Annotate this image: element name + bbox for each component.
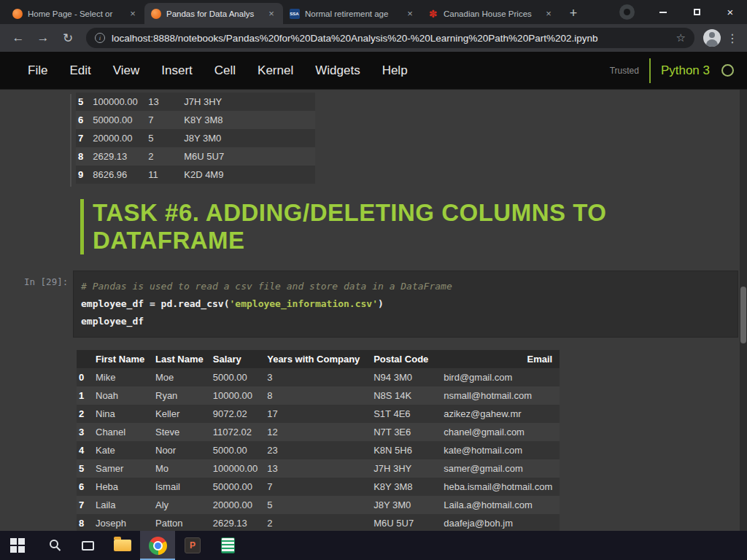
page-info-icon[interactable]: i xyxy=(95,33,105,43)
menu-cell[interactable]: Cell xyxy=(204,63,247,78)
dataframe-table: First NameLast NameSalaryYears with Comp… xyxy=(77,350,560,531)
address-bar[interactable]: i localhost:8888/notebooks/Pandas%20for%… xyxy=(86,28,694,48)
table-cell: 5 xyxy=(146,129,182,147)
column-header: Postal Code xyxy=(371,350,441,368)
table-cell: K8N 5H6 xyxy=(371,441,441,459)
kernel-status-icon xyxy=(721,64,734,77)
menu-view[interactable]: View xyxy=(102,63,151,78)
reload-icon[interactable]: ↻ xyxy=(57,27,79,49)
page-scrollbar[interactable] xyxy=(740,90,747,531)
browser-titlebar: Home Page - Select or × Pandas for Data … xyxy=(0,0,747,24)
scrollbar-thumb[interactable] xyxy=(740,287,746,343)
tab-home-page[interactable]: Home Page - Select or × xyxy=(6,3,144,24)
input-prompt: In [29]: xyxy=(24,276,68,287)
table-cell: 5000.00 xyxy=(211,441,265,459)
table-cell: Mo xyxy=(153,459,211,478)
table-cell: 5 xyxy=(265,496,371,514)
table-cell: N94 3M0 xyxy=(371,368,441,386)
table-cell: 11072.02 xyxy=(211,423,265,441)
menu-insert[interactable]: Insert xyxy=(150,63,204,78)
menu-help[interactable]: Help xyxy=(371,63,419,78)
tab-retirement-age[interactable]: SSA Normal retirement age × xyxy=(283,3,422,24)
task-heading: TASK #6. ADDING/DELETING COLUMNS TO DATA… xyxy=(80,199,636,254)
table-row: 4KateNoor5000.0023K8N 5H6kate@hotmail.co… xyxy=(77,441,560,459)
search-icon xyxy=(50,540,58,548)
menu-edit[interactable]: Edit xyxy=(58,63,101,78)
forward-icon[interactable]: → xyxy=(32,27,54,49)
profile-avatar[interactable] xyxy=(703,29,721,47)
markdown-cell[interactable]: TASK #6. ADDING/DELETING COLUMNS TO DATA… xyxy=(80,199,636,254)
back-icon[interactable]: ← xyxy=(7,27,29,49)
table-cell: Ismail xyxy=(153,478,211,496)
table-cell: 20000.00 xyxy=(90,129,146,147)
table-cell: M6U 5U7 xyxy=(371,514,441,531)
tab-close-icon[interactable]: × xyxy=(404,8,416,20)
table-cell: Heba xyxy=(93,478,153,496)
table-cell: 10000.00 xyxy=(211,386,265,405)
code-input-area[interactable]: # Pandas is used to read a csv file and … xyxy=(73,271,738,338)
column-header: Last Name xyxy=(153,350,211,368)
table-row: 2NinaKeller9072.0217S1T 4E6azikez@gahew.… xyxy=(77,405,560,423)
table-cell: N8S 14K xyxy=(371,386,441,405)
tab-close-icon[interactable]: × xyxy=(266,8,277,20)
tab-strip: Home Page - Select or × Pandas for Data … xyxy=(0,0,584,24)
kernel-indicator-area: Trusted Python 3 xyxy=(610,58,734,83)
column-header xyxy=(77,350,93,368)
table-row: 650000.007K8Y 3M8 xyxy=(76,111,315,129)
table-cell: 9072.02 xyxy=(211,405,265,423)
window-controls: × xyxy=(619,0,747,24)
string-literal: 'employee_information.csv' xyxy=(230,298,379,309)
table-cell: 23 xyxy=(265,441,371,459)
browser-menu-icon[interactable]: ⋮ xyxy=(724,31,741,45)
table-cell: 8 xyxy=(77,514,93,531)
table-cell: Kate xyxy=(93,441,153,459)
table-cell: 13 xyxy=(146,93,182,111)
dataframe-output: First NameLast NameSalaryYears with Comp… xyxy=(77,350,560,531)
screen-record-indicator-icon[interactable] xyxy=(619,4,635,20)
column-header: Salary xyxy=(211,350,265,368)
table-cell: Ryan xyxy=(153,386,211,405)
bookmark-star-icon[interactable]: ☆ xyxy=(676,31,686,44)
code-text: employee_df xyxy=(81,316,144,327)
table-cell: J8Y 3M0 xyxy=(371,496,441,514)
table-cell: J8Y 3M0 xyxy=(182,129,315,147)
maximize-button[interactable] xyxy=(680,0,713,24)
table-cell: 7 xyxy=(265,478,371,496)
table-cell: Moe xyxy=(153,368,211,386)
table-cell: 2 xyxy=(77,405,93,423)
taskbar-start-button[interactable] xyxy=(0,531,35,560)
tab-title: Pandas for Data Analys xyxy=(166,9,266,18)
taskbar-search-button[interactable] xyxy=(35,531,70,560)
table-cell: Joseph xyxy=(93,514,153,531)
table-cell: 5 xyxy=(76,93,90,111)
tab-pandas-notebook[interactable]: Pandas for Data Analys × xyxy=(144,3,283,24)
table-cell: K8Y 3M8 xyxy=(371,478,441,496)
table-cell: 100000.00 xyxy=(211,459,265,478)
minimize-button[interactable] xyxy=(646,0,680,24)
table-cell: 6 xyxy=(76,111,90,129)
table-cell: K8Y 3M8 xyxy=(182,111,315,129)
new-tab-button[interactable]: + xyxy=(563,4,584,24)
taskbar-chrome-button[interactable] xyxy=(140,531,175,560)
menu-file[interactable]: File xyxy=(17,63,58,78)
table-cell: nsmall@hotmail.com xyxy=(441,386,560,405)
taskbar-powerpoint-button[interactable]: P xyxy=(175,531,210,560)
menu-widgets[interactable]: Widgets xyxy=(304,63,371,78)
code-comment: # Pandas is used to read a csv file and … xyxy=(81,281,452,292)
menu-kernel[interactable]: Kernel xyxy=(247,63,304,78)
tab-close-icon[interactable]: × xyxy=(127,8,139,20)
tab-canadian-house-prices[interactable]: ✽ Canadian House Prices × xyxy=(422,3,560,24)
taskbar-task-view-button[interactable] xyxy=(70,531,105,560)
table-cell: 11 xyxy=(146,166,182,184)
close-button[interactable]: × xyxy=(713,0,747,24)
previous-output-table: 5100000.0013J7H 3HY650000.007K8Y 3M87200… xyxy=(76,93,315,184)
taskbar-file-explorer-button[interactable] xyxy=(105,531,140,560)
table-cell: 100000.00 xyxy=(90,93,146,111)
maple-leaf-favicon-icon: ✽ xyxy=(427,8,438,19)
table-cell: chanel@gmail.com xyxy=(441,423,560,441)
tab-close-icon[interactable]: × xyxy=(543,8,554,20)
table-header-row: First NameLast NameSalaryYears with Comp… xyxy=(77,350,560,368)
table-cell: Steve xyxy=(153,423,211,441)
table-cell: Laila xyxy=(93,496,153,514)
taskbar-excel-button[interactable] xyxy=(210,531,245,560)
